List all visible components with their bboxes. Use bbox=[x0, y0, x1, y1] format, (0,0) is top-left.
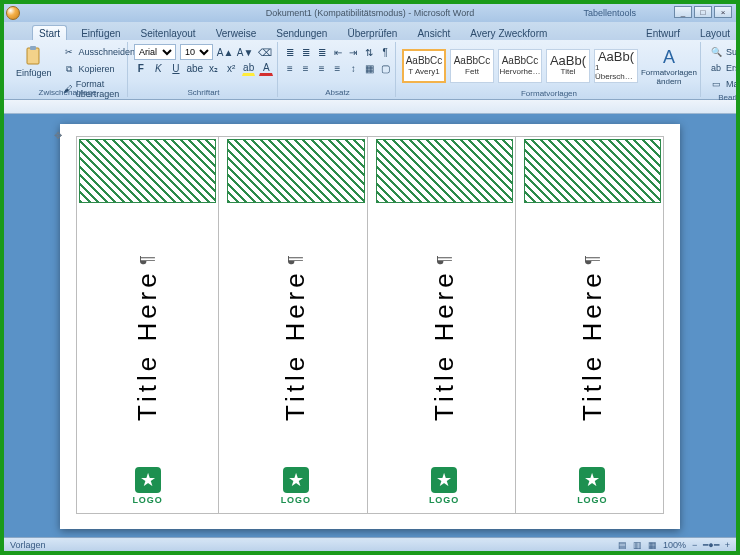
maximize-button[interactable]: □ bbox=[694, 6, 712, 18]
group-paragraph: ≣ ≣ ≣ ⇤ ⇥ ⇅ ¶ ≡ ≡ ≡ ≡ ↕ ▦ ▢ Absatz bbox=[280, 42, 396, 97]
style-sample: AaBbCc bbox=[502, 56, 539, 66]
tab-layout[interactable]: Layout bbox=[694, 26, 736, 40]
tab-seitenlayout[interactable]: Seitenlayout bbox=[135, 26, 202, 40]
context-tab-title: Tabellentools bbox=[583, 8, 636, 18]
align-left-button[interactable]: ≡ bbox=[284, 60, 296, 76]
svg-rect-1 bbox=[30, 46, 36, 50]
font-size-select[interactable]: 10 bbox=[180, 44, 213, 60]
spine-title[interactable]: Title Here bbox=[374, 205, 515, 467]
shrink-font-button[interactable]: A▼ bbox=[237, 44, 253, 60]
highlight-button[interactable]: ab bbox=[242, 60, 256, 76]
zoom-level[interactable]: 100% bbox=[663, 540, 686, 550]
horizontal-ruler[interactable] bbox=[4, 100, 736, 114]
tab-sendungen[interactable]: Sendungen bbox=[270, 26, 333, 40]
style-label: 1 Übersch… bbox=[595, 63, 637, 81]
align-center-button[interactable]: ≡ bbox=[300, 60, 312, 76]
tab-einfuegen[interactable]: Einfügen bbox=[75, 26, 126, 40]
bold-button[interactable]: F bbox=[134, 60, 148, 76]
bullets-button[interactable]: ≣ bbox=[284, 44, 296, 60]
office-button[interactable] bbox=[6, 6, 20, 20]
tab-entwurf[interactable]: Entwurf bbox=[640, 26, 686, 40]
change-styles-label: Formatvorlagen ändern bbox=[641, 68, 697, 86]
view-reading-button[interactable]: ▥ bbox=[633, 540, 642, 550]
strike-button[interactable]: abe bbox=[187, 60, 203, 76]
multilevel-button[interactable]: ≣ bbox=[316, 44, 328, 60]
label-cell[interactable]: Title Here ★ LOGO bbox=[225, 137, 367, 513]
logo-text: LOGO bbox=[281, 495, 312, 505]
group-clipboard: Einfügen ✂ Ausschneiden ⧉ Kopieren 🖌 For… bbox=[8, 42, 128, 97]
close-button[interactable]: × bbox=[714, 6, 732, 18]
numbering-button[interactable]: ≣ bbox=[300, 44, 312, 60]
style-hervorhe[interactable]: AaBbCc Hervorhe… bbox=[498, 49, 542, 83]
style-avery1[interactable]: AaBbCc T Avery1 bbox=[402, 49, 446, 83]
indent-increase-button[interactable]: ⇥ bbox=[347, 44, 359, 60]
replace-icon: ab bbox=[709, 61, 723, 75]
borders-button[interactable]: ▢ bbox=[379, 60, 391, 76]
spine-title[interactable]: Title Here bbox=[77, 205, 218, 467]
minimize-button[interactable]: _ bbox=[674, 6, 692, 18]
copy-icon: ⧉ bbox=[62, 62, 76, 76]
paste-icon bbox=[23, 46, 45, 68]
hatch-pattern bbox=[79, 139, 216, 203]
style-sample: AaBb( bbox=[598, 52, 634, 62]
document-workspace[interactable]: ✥ Title Here ★ LOGO Title Here ★ LOGO bbox=[4, 114, 736, 537]
sort-button[interactable]: ⇅ bbox=[363, 44, 375, 60]
view-print-layout-button[interactable]: ▤ bbox=[618, 540, 627, 550]
replace-label: Ersetzen bbox=[726, 63, 740, 73]
zoom-slider[interactable]: ━●━ bbox=[703, 540, 718, 550]
superscript-button[interactable]: x² bbox=[224, 60, 238, 76]
replace-button[interactable]: ab Ersetzen bbox=[707, 60, 740, 76]
font-color-button[interactable]: A bbox=[259, 60, 273, 76]
style-sample: AaBbCc bbox=[454, 56, 491, 66]
underline-button[interactable]: U bbox=[169, 60, 183, 76]
justify-button[interactable]: ≡ bbox=[332, 60, 344, 76]
spine-title[interactable]: Title Here bbox=[522, 205, 663, 467]
line-spacing-button[interactable]: ↕ bbox=[347, 60, 359, 76]
select-button[interactable]: ▭ Markieren bbox=[707, 76, 740, 92]
document-title: Dokument1 (Kompatibilitätsmodus) - Micro… bbox=[266, 8, 474, 18]
star-logo-icon: ★ bbox=[283, 467, 309, 493]
style-sample: AaBb( bbox=[550, 56, 586, 66]
tab-avery[interactable]: Avery Zweckform bbox=[464, 26, 553, 40]
align-right-button[interactable]: ≡ bbox=[316, 60, 328, 76]
group-editing-label: Bearbeiten bbox=[707, 92, 740, 102]
cut-button[interactable]: ✂ Ausschneiden bbox=[60, 44, 138, 60]
copy-button[interactable]: ⧉ Kopieren bbox=[60, 61, 138, 77]
shading-button[interactable]: ▦ bbox=[363, 60, 375, 76]
star-logo-icon: ★ bbox=[431, 467, 457, 493]
style-titel[interactable]: AaBb( Titel bbox=[546, 49, 590, 83]
tab-verweise[interactable]: Verweise bbox=[210, 26, 263, 40]
svg-rect-0 bbox=[27, 48, 39, 64]
paste-button[interactable]: Einfügen bbox=[12, 44, 56, 80]
tab-ansicht[interactable]: Ansicht bbox=[411, 26, 456, 40]
label-cell[interactable]: Title Here ★ LOGO bbox=[77, 137, 219, 513]
label-cell[interactable]: Title Here ★ LOGO bbox=[374, 137, 516, 513]
clear-formatting-button[interactable]: ⌫ bbox=[257, 44, 273, 60]
subscript-button[interactable]: x₂ bbox=[207, 60, 221, 76]
style-fett[interactable]: AaBbCc Fett bbox=[450, 49, 494, 83]
font-family-select[interactable]: Arial bbox=[134, 44, 176, 60]
scissors-icon: ✂ bbox=[62, 45, 76, 59]
grow-font-button[interactable]: A▲ bbox=[217, 44, 233, 60]
style-uebersch[interactable]: AaBb( 1 Übersch… bbox=[594, 49, 638, 83]
group-styles: AaBbCc T Avery1 AaBbCc Fett AaBbCc Hervo… bbox=[398, 42, 701, 97]
tab-ueberpruefen[interactable]: Überprüfen bbox=[341, 26, 403, 40]
indent-decrease-button[interactable]: ⇤ bbox=[332, 44, 344, 60]
style-label: Hervorhe… bbox=[500, 67, 541, 76]
change-styles-button[interactable]: A Formatvorlagen ändern bbox=[642, 44, 696, 88]
zoom-out-button[interactable]: − bbox=[692, 540, 697, 550]
hatch-pattern bbox=[227, 139, 364, 203]
italic-button[interactable]: K bbox=[152, 60, 166, 76]
group-editing: 🔍 Suchen ab Ersetzen ▭ Markieren Bearbei… bbox=[703, 42, 740, 97]
label-cell[interactable]: Title Here ★ LOGO bbox=[522, 137, 663, 513]
table-move-handle[interactable]: ✥ bbox=[54, 130, 64, 140]
show-marks-button[interactable]: ¶ bbox=[379, 44, 391, 60]
spine-title[interactable]: Title Here bbox=[225, 205, 366, 467]
style-gallery[interactable]: AaBbCc T Avery1 AaBbCc Fett AaBbCc Hervo… bbox=[402, 44, 696, 88]
tab-start[interactable]: Start bbox=[32, 25, 67, 40]
zoom-in-button[interactable]: + bbox=[725, 540, 730, 550]
logo-block: ★ LOGO bbox=[522, 467, 663, 513]
view-web-button[interactable]: ▦ bbox=[648, 540, 657, 550]
find-button[interactable]: 🔍 Suchen bbox=[707, 44, 740, 60]
status-left: Vorlagen bbox=[10, 540, 46, 550]
